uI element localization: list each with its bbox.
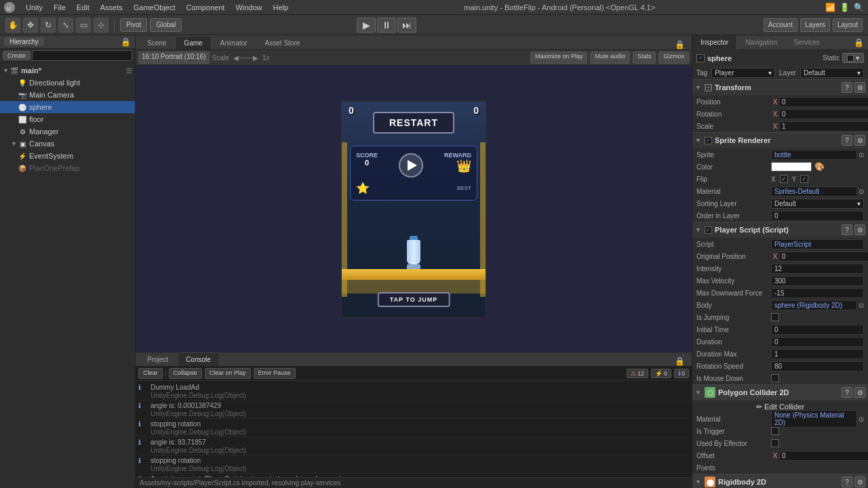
services-tab[interactable]: Services: [785, 35, 827, 50]
is-jumping-checkbox[interactable]: [771, 313, 779, 321]
tab-animator[interactable]: Animator: [212, 36, 256, 49]
layer-dropdown[interactable]: Default▾: [800, 68, 864, 78]
global-button[interactable]: Global: [150, 18, 182, 32]
obj-active-checkbox[interactable]: ✓: [696, 54, 705, 62]
sorting-layer-dropdown[interactable]: Default ▾: [771, 199, 864, 209]
hier-eventsystem[interactable]: ⚡ EventSystem: [0, 150, 135, 162]
console-lock-icon[interactable]: 🔒: [675, 357, 689, 366]
console-line[interactable]: ℹ stopping rotation UnityEngine.Debug:Lo…: [138, 419, 689, 437]
flip-x-checkbox[interactable]: [780, 175, 788, 183]
menu-unity[interactable]: Unity: [20, 0, 48, 14]
play-button[interactable]: ▶: [357, 18, 376, 33]
game-tap-button[interactable]: TAP TO JUMP: [378, 292, 450, 307]
console-error-pause-btn[interactable]: Error Pause: [254, 368, 296, 379]
player-script-header[interactable]: ▼ ✓ Player Script (Script) ? ⚙: [692, 222, 868, 238]
mute-audio-btn[interactable]: Mute audio: [590, 52, 630, 64]
view-lock-icon[interactable]: 🔒: [675, 40, 689, 49]
polygon-collider-header[interactable]: ▼ ⬡ Polygon Collider 2D ? ⚙: [692, 384, 868, 401]
sprite-renderer-active-checkbox[interactable]: ✓: [705, 137, 712, 144]
max-velocity-input[interactable]: [771, 276, 864, 286]
rotate-tool-btn[interactable]: ↻: [41, 18, 56, 33]
transform-gear-btn[interactable]: ⚙: [854, 82, 865, 93]
layers-button[interactable]: Layers: [800, 18, 830, 32]
menu-window[interactable]: Window: [230, 0, 267, 14]
color-picker-icon[interactable]: 🎨: [814, 162, 825, 171]
hier-canvas[interactable]: ▼ ▣ Canvas: [0, 138, 135, 150]
player-script-active-checkbox[interactable]: ✓: [705, 226, 712, 234]
scale-x-input[interactable]: [779, 121, 868, 131]
sprite-select-icon[interactable]: ⊙: [859, 151, 864, 159]
console-line[interactable]: ℹ Dummy LoadAd UnityEngine.Debug:Log(Obj…: [138, 382, 689, 401]
transform-component-header[interactable]: ▼ Transform ? ⚙: [692, 79, 868, 96]
tab-console[interactable]: Console: [177, 352, 220, 366]
tab-game[interactable]: Game: [175, 36, 211, 49]
menu-file[interactable]: File: [48, 0, 71, 14]
menu-help[interactable]: Help: [268, 0, 294, 14]
tab-project[interactable]: Project: [138, 352, 177, 366]
script-value[interactable]: PlayerScript: [771, 239, 864, 249]
console-line[interactable]: ℹ angle is: 93.71857 UnityEngine.Debug:L…: [138, 437, 689, 455]
pause-button[interactable]: ⏸: [377, 18, 396, 33]
account-button[interactable]: Account: [764, 18, 797, 32]
menu-edit[interactable]: Edit: [71, 0, 95, 14]
player-script-help-btn[interactable]: ?: [842, 224, 852, 235]
static-checkbox[interactable]: [847, 55, 854, 62]
transform-help-btn[interactable]: ?: [842, 82, 852, 93]
intensity-input[interactable]: [771, 264, 864, 274]
console-clear-btn[interactable]: Clear: [138, 368, 163, 379]
hier-scene-main[interactable]: ▼ 🎬 main* ☰: [0, 64, 135, 77]
scale-tool-btn[interactable]: ⤡: [58, 18, 73, 33]
offset-x-input[interactable]: [779, 451, 868, 461]
color-swatch[interactable]: [771, 162, 812, 171]
gizmos-btn[interactable]: Gizmos: [658, 52, 689, 64]
hierarchy-tab[interactable]: Hierarchy: [4, 37, 44, 46]
console-collapse-btn[interactable]: Collapse: [169, 368, 202, 379]
maximize-on-play-btn[interactable]: Maximize on Play: [530, 52, 588, 64]
hierarchy-create-btn[interactable]: Create: [3, 51, 31, 60]
position-x-input[interactable]: [779, 97, 868, 107]
menu-component[interactable]: Component: [181, 0, 231, 14]
hier-prefab[interactable]: 📦 PlacOnePrefap: [0, 162, 135, 174]
inspector-tab[interactable]: Inspector: [692, 35, 737, 50]
order-in-layer-input[interactable]: [771, 211, 864, 221]
stats-btn[interactable]: Stats: [633, 52, 656, 64]
step-button[interactable]: ⏭: [397, 18, 416, 33]
game-restart-button[interactable]: RESTART: [373, 112, 454, 134]
pivot-button[interactable]: Pivot: [120, 18, 147, 32]
hierarchy-lock-icon[interactable]: 🔒: [121, 37, 131, 47]
menu-gameobject[interactable]: GameObject: [128, 0, 181, 14]
console-clear-on-play-btn[interactable]: Clear on Play: [205, 368, 251, 379]
max-downward-force-input[interactable]: [771, 288, 864, 298]
hier-sphere[interactable]: ⚪ sphere: [0, 101, 135, 113]
used-by-effector-checkbox[interactable]: [771, 439, 779, 447]
resolution-dropdown[interactable]: 16:10 Portrait (10:16): [138, 52, 210, 64]
orig-pos-x-input[interactable]: [779, 251, 868, 262]
hier-floor[interactable]: ⬜ floor: [0, 113, 135, 125]
hand-tool-btn[interactable]: ✋: [5, 18, 20, 33]
hier-directional-light[interactable]: 💡 Directional light: [0, 77, 135, 89]
console-line[interactable]: ℹ angle is: 0.0001387429 UnityEngine.Deb…: [138, 401, 689, 419]
search-icon[interactable]: 🔍: [854, 3, 864, 12]
sprite-value[interactable]: bottle: [771, 150, 857, 160]
layout-button[interactable]: Layout: [833, 18, 863, 32]
rotation-x-input[interactable]: [779, 109, 868, 119]
duration-max-input[interactable]: [771, 349, 864, 359]
tab-asset-store[interactable]: Asset Store: [256, 36, 309, 49]
hier-main-camera[interactable]: 📷 Main Camera: [0, 89, 135, 101]
rigidbody2d-header[interactable]: ▼ ⬤ Rigidbody 2D ? ⚙: [692, 474, 868, 488]
static-dropdown-arrow[interactable]: ▾: [856, 54, 859, 62]
flip-y-checkbox[interactable]: [800, 175, 808, 183]
rect-tool-btn[interactable]: ▭: [76, 18, 91, 33]
game-play-area[interactable]: [397, 152, 425, 179]
body-select-icon[interactable]: ⊙: [859, 302, 864, 309]
initial-time-input[interactable]: [771, 325, 864, 335]
static-checkbox-group[interactable]: ▾: [842, 53, 864, 63]
is-trigger-checkbox[interactable]: [771, 427, 779, 435]
polygon-collider-help-btn[interactable]: ?: [842, 387, 852, 398]
tab-scene[interactable]: Scene: [138, 36, 175, 49]
menu-assets[interactable]: Assets: [95, 0, 128, 14]
rotation-speed-input[interactable]: [771, 361, 864, 371]
rigidbody2d-gear-btn[interactable]: ⚙: [854, 476, 865, 487]
move-tool-btn[interactable]: ✥: [23, 18, 38, 33]
material-value[interactable]: Sprites-Default: [771, 186, 857, 197]
